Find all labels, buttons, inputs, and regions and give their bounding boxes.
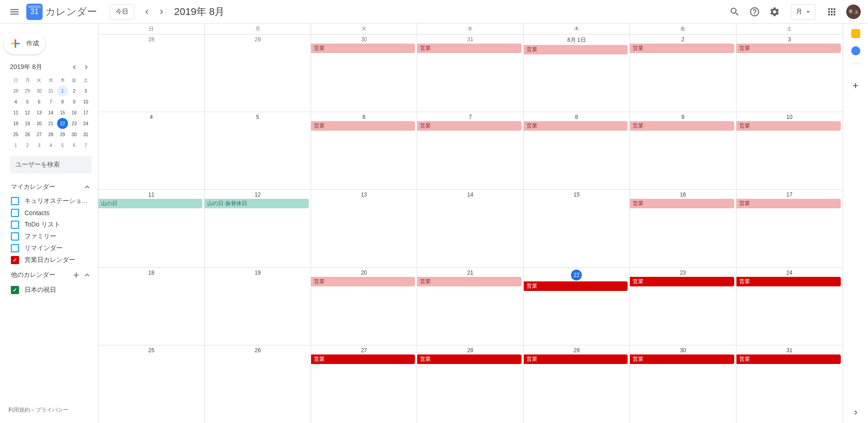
- mini-prev-button[interactable]: [69, 62, 80, 73]
- calendar-event[interactable]: 山の日: [98, 199, 202, 208]
- mini-day[interactable]: 23: [68, 118, 79, 129]
- day-cell[interactable]: 18: [98, 268, 205, 345]
- day-cell[interactable]: 19: [205, 268, 311, 345]
- day-cell[interactable]: 8営業: [524, 112, 630, 189]
- day-cell[interactable]: 8月 1日営業: [524, 34, 630, 112]
- mini-day[interactable]: 30: [34, 85, 44, 96]
- calendar-event[interactable]: 営業: [736, 121, 841, 131]
- calendar-item[interactable]: リマインダー: [0, 242, 98, 254]
- account-avatar[interactable]: キュ: [846, 5, 861, 19]
- day-cell[interactable]: 23営業: [630, 268, 736, 345]
- tasks-addon-button[interactable]: [851, 46, 860, 55]
- calendar-event[interactable]: 営業: [736, 277, 841, 286]
- day-cell[interactable]: 12山の日 振替休日: [205, 190, 311, 267]
- mini-day[interactable]: 3: [34, 140, 44, 151]
- calendar-item[interactable]: ToDo リスト: [0, 219, 98, 231]
- mini-day[interactable]: 5: [57, 140, 68, 151]
- day-cell[interactable]: 13: [311, 190, 417, 267]
- mini-day[interactable]: 27: [34, 129, 44, 140]
- day-cell[interactable]: 5: [205, 112, 311, 189]
- mini-day[interactable]: 18: [10, 118, 21, 129]
- day-cell[interactable]: 2営業: [630, 34, 736, 112]
- apps-button[interactable]: [823, 3, 841, 21]
- mini-day[interactable]: 7: [45, 96, 56, 107]
- calendar-checkbox[interactable]: [11, 232, 19, 241]
- calendar-item[interactable]: 営業日カレンダー: [0, 254, 98, 266]
- day-cell[interactable]: 4: [98, 112, 205, 189]
- day-cell[interactable]: 27営業: [311, 345, 417, 423]
- mini-day[interactable]: 30: [68, 129, 79, 140]
- calendar-checkbox[interactable]: [11, 244, 19, 252]
- calendar-event[interactable]: 営業: [417, 44, 521, 53]
- mini-day[interactable]: 12: [22, 107, 33, 118]
- calendar-checkbox[interactable]: [11, 286, 19, 294]
- calendar-event[interactable]: 営業: [417, 354, 521, 364]
- day-cell[interactable]: 24営業: [736, 268, 843, 345]
- mini-day[interactable]: 3: [80, 85, 91, 96]
- calendar-item[interactable]: 日本の祝日: [0, 284, 98, 296]
- prev-month-button[interactable]: [140, 5, 154, 19]
- search-people-input[interactable]: ユーザーを検索: [10, 156, 92, 173]
- calendar-checkbox[interactable]: [11, 197, 19, 205]
- day-cell[interactable]: 11山の日: [98, 190, 205, 267]
- day-cell[interactable]: 29: [205, 34, 311, 112]
- mini-day[interactable]: 29: [22, 85, 33, 96]
- day-cell[interactable]: 20営業: [311, 268, 417, 345]
- calendar-event[interactable]: 営業: [524, 121, 628, 131]
- mini-day[interactable]: 4: [45, 140, 56, 151]
- mini-day[interactable]: 13: [34, 107, 44, 118]
- calendar-item[interactable]: キュリオステーション志...: [0, 195, 98, 207]
- calendar-event[interactable]: 営業: [417, 121, 521, 131]
- calendar-event[interactable]: 営業: [736, 354, 841, 364]
- calendar-event[interactable]: 営業: [736, 44, 841, 53]
- day-cell[interactable]: 22営業: [524, 268, 630, 345]
- mini-day[interactable]: 11: [10, 107, 21, 118]
- day-cell[interactable]: 14: [417, 190, 523, 267]
- mini-day[interactable]: 31: [80, 129, 91, 140]
- day-cell[interactable]: 9営業: [630, 112, 736, 189]
- mini-day[interactable]: 28: [45, 129, 56, 140]
- calendar-event[interactable]: 営業: [311, 277, 415, 286]
- day-cell[interactable]: 7営業: [417, 112, 523, 189]
- day-cell[interactable]: 15: [524, 190, 630, 267]
- mini-day[interactable]: 28: [10, 85, 21, 96]
- mini-day[interactable]: 2: [68, 85, 79, 96]
- create-button[interactable]: 作成: [4, 33, 45, 54]
- mini-day[interactable]: 19: [22, 118, 33, 129]
- calendar-event[interactable]: 営業: [417, 277, 521, 286]
- mini-day[interactable]: 31: [45, 85, 56, 96]
- today-button[interactable]: 今日: [110, 4, 134, 20]
- day-cell[interactable]: 17営業: [736, 190, 843, 267]
- mini-day[interactable]: 22: [57, 118, 68, 129]
- day-cell[interactable]: 26: [205, 345, 311, 423]
- mini-day[interactable]: 1: [10, 140, 21, 151]
- day-cell[interactable]: 30営業: [630, 345, 736, 423]
- calendar-event[interactable]: 営業: [630, 44, 734, 53]
- mini-day[interactable]: 5: [22, 96, 33, 107]
- my-calendars-header[interactable]: マイカレンダー: [0, 179, 98, 195]
- footer-links[interactable]: 利用規約 – プライバシー: [0, 403, 98, 418]
- day-cell[interactable]: 25: [98, 345, 205, 423]
- view-selector[interactable]: 月: [791, 4, 815, 20]
- calendar-event[interactable]: 営業: [736, 199, 841, 208]
- calendar-checkbox[interactable]: [11, 256, 19, 264]
- calendar-item[interactable]: ファミリー: [0, 231, 98, 242]
- main-menu-button[interactable]: [4, 1, 25, 23]
- day-cell[interactable]: 31営業: [417, 34, 523, 112]
- calendar-checkbox[interactable]: [11, 209, 19, 217]
- day-cell[interactable]: 31営業: [736, 345, 843, 423]
- mini-day[interactable]: 26: [22, 129, 33, 140]
- day-cell[interactable]: 30営業: [311, 34, 417, 112]
- search-button[interactable]: [726, 3, 744, 21]
- settings-button[interactable]: [766, 3, 784, 21]
- calendar-event[interactable]: 営業: [630, 277, 734, 286]
- mini-day[interactable]: 20: [34, 118, 44, 129]
- mini-day[interactable]: 9: [68, 96, 79, 107]
- mini-day[interactable]: 7: [80, 140, 91, 151]
- mini-day[interactable]: 1: [57, 85, 68, 96]
- calendar-event[interactable]: 営業: [524, 45, 628, 54]
- other-calendars-header[interactable]: 他のカレンダー: [0, 266, 98, 284]
- day-cell[interactable]: 29営業: [524, 345, 630, 423]
- mini-day[interactable]: 6: [34, 96, 44, 107]
- calendar-event[interactable]: 営業: [311, 354, 415, 364]
